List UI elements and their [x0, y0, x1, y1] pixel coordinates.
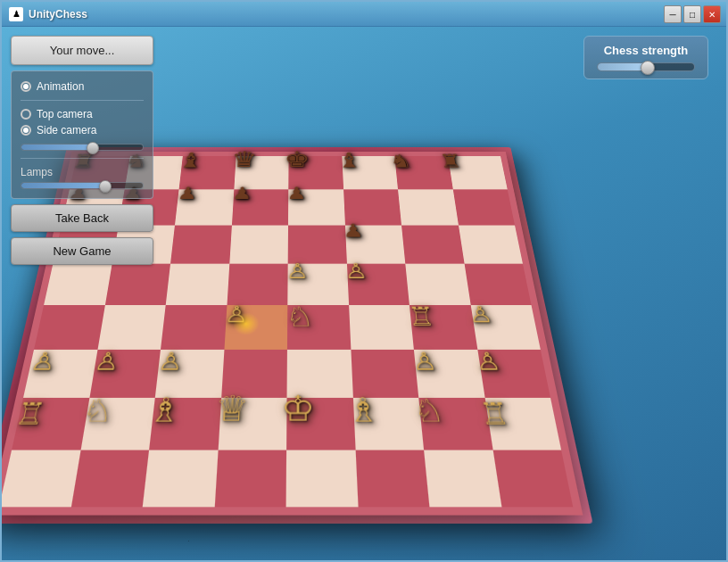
cell-h7[interactable]: [452, 189, 515, 225]
window-controls: ─ □ ✕: [664, 5, 721, 23]
cell-c4[interactable]: [161, 305, 227, 350]
cell-e1[interactable]: [286, 450, 358, 508]
cell-e4[interactable]: [287, 305, 351, 350]
animation-radio[interactable]: [21, 81, 31, 92]
cell-c7[interactable]: [175, 189, 234, 225]
cell-c8[interactable]: [179, 156, 236, 190]
cell-g4[interactable]: [410, 305, 477, 350]
cell-g8[interactable]: [394, 156, 452, 190]
cell-g3[interactable]: [414, 350, 484, 398]
cell-f3[interactable]: [351, 350, 418, 398]
cell-e2[interactable]: [286, 398, 355, 450]
cell-h6[interactable]: [459, 226, 523, 264]
new-game-button[interactable]: New Game: [11, 237, 153, 265]
animation-radio-item[interactable]: Animation: [21, 80, 144, 93]
cell-c2[interactable]: [149, 398, 221, 450]
strength-slider-track[interactable]: [597, 62, 695, 71]
cell-h3[interactable]: [477, 350, 550, 398]
cell-c1[interactable]: [143, 450, 218, 508]
take-back-button[interactable]: Take Back: [11, 204, 153, 232]
cell-g5[interactable]: [405, 264, 470, 305]
cell-g1[interactable]: [424, 450, 501, 508]
cell-f2[interactable]: [352, 398, 424, 450]
top-camera-radio[interactable]: [21, 109, 31, 120]
top-camera-label: Top camera: [37, 108, 93, 120]
cell-e3[interactable]: [287, 350, 353, 398]
cell-e5[interactable]: [287, 264, 348, 305]
lamps-group: Lamps: [21, 166, 144, 189]
side-camera-radio-item[interactable]: Side camera: [21, 124, 144, 136]
strength-slider-thumb[interactable]: [641, 61, 655, 75]
cell-f4[interactable]: [349, 305, 414, 350]
top-camera-radio-item[interactable]: Top camera: [21, 108, 144, 120]
cell-e8[interactable]: [288, 156, 343, 190]
cell-f8[interactable]: [342, 156, 398, 190]
lamps-slider-track[interactable]: [21, 182, 144, 189]
cell-d4[interactable]: [224, 305, 287, 350]
maximize-button[interactable]: □: [683, 5, 701, 23]
cell-f6[interactable]: [345, 226, 406, 264]
side-camera-radio[interactable]: [21, 125, 31, 136]
cell-d6[interactable]: [229, 226, 288, 264]
camera-slider-fill: [21, 145, 95, 150]
lamps-label: Lamps: [21, 166, 144, 178]
cell-h5[interactable]: [464, 264, 531, 305]
cell-d1[interactable]: [214, 450, 286, 508]
side-camera-label: Side camera: [37, 124, 96, 136]
close-button[interactable]: ✕: [703, 5, 721, 23]
lamps-slider-thumb[interactable]: [99, 180, 112, 193]
cell-c3[interactable]: [155, 350, 224, 398]
cell-d5[interactable]: [227, 264, 288, 305]
cell-h8[interactable]: [448, 156, 508, 190]
lamps-slider-fill: [21, 183, 106, 188]
divider-1: [21, 100, 144, 101]
camera-slider-group: [21, 144, 144, 151]
cell-d8[interactable]: [234, 156, 289, 190]
strength-slider-fill: [598, 63, 646, 70]
divider-2: [21, 158, 144, 159]
cell-g2[interactable]: [418, 398, 492, 450]
cell-d3[interactable]: [221, 350, 287, 398]
cell-e7[interactable]: [288, 189, 345, 225]
minimize-button[interactable]: ─: [664, 5, 682, 23]
cell-h2[interactable]: [484, 398, 561, 450]
app-icon: ♟: [9, 7, 23, 21]
cell-g7[interactable]: [398, 189, 459, 225]
cell-c6[interactable]: [170, 226, 231, 264]
your-move-button[interactable]: Your move...: [11, 36, 153, 65]
cell-d2[interactable]: [218, 398, 286, 450]
title-bar: ♟ UnityChess ─ □ ✕: [2, 2, 726, 27]
main-content: ♜ ♞ ♝ ♛ ♚ ♝ ♞ ♜ ♟ ♟ ♟ ♟ ♟ ♟ ♙ ♙ ♘ ♙ ♖: [2, 27, 726, 560]
strength-label: Chess strength: [597, 44, 695, 57]
cell-d7[interactable]: [231, 189, 288, 225]
action-buttons: Take Back New Game: [11, 204, 153, 265]
cell-f7[interactable]: [343, 189, 401, 225]
controls-panel: Animation Top camera Side camera: [11, 70, 153, 199]
animation-group: Animation: [21, 80, 144, 93]
cell-c5[interactable]: [166, 264, 229, 305]
cell-f1[interactable]: [355, 450, 429, 508]
cell-e6[interactable]: [288, 226, 347, 264]
camera-slider-thumb[interactable]: [87, 142, 99, 154]
cell-g6[interactable]: [401, 226, 464, 264]
cell-h4[interactable]: [470, 305, 541, 350]
animation-label: Animation: [37, 80, 84, 93]
camera-slider-track[interactable]: [21, 144, 144, 151]
cell-f5[interactable]: [346, 264, 409, 305]
cell-h1[interactable]: [492, 450, 573, 508]
window-title: UnityChess: [29, 8, 87, 21]
camera-group: Top camera Side camera: [21, 108, 144, 136]
left-panel: Your move... Animation Top camera: [11, 36, 153, 551]
strength-panel: Chess strength: [583, 36, 708, 79]
app-window: ♟ UnityChess ─ □ ✕: [0, 0, 728, 562]
